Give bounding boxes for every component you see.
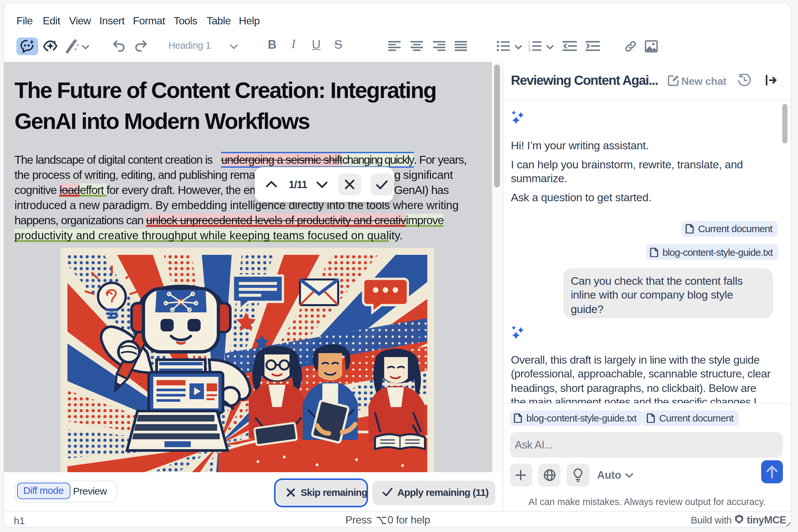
svg-text:1: 1	[528, 40, 530, 44]
svg-text:2: 2	[528, 44, 530, 48]
svg-text:3: 3	[528, 48, 530, 51]
